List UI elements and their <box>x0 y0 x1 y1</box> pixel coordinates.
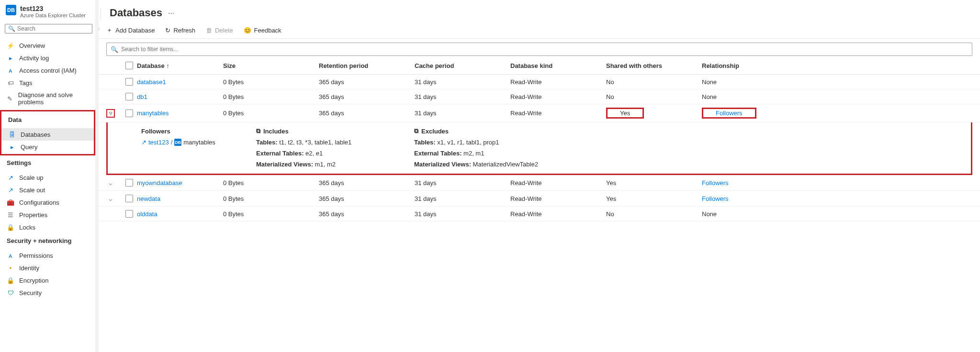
menu-icon: ᴀ <box>7 66 14 74</box>
menu-icon: ☰ <box>7 211 14 219</box>
relationship-link[interactable]: Followers <box>702 195 729 202</box>
row-checkbox[interactable] <box>125 110 133 117</box>
cell-kind: Read-Write <box>510 93 606 100</box>
col-size[interactable]: Size <box>223 62 319 69</box>
expand-toggle[interactable]: ▿ <box>106 109 115 118</box>
expand-toggle[interactable]: ⌵ <box>106 194 115 203</box>
cell-shared: No <box>606 210 614 218</box>
cluster-name: test123 <box>20 5 86 12</box>
sidebar-item-label: Locks <box>19 224 35 231</box>
select-all-checkbox[interactable] <box>125 62 133 69</box>
sidebar-item-diagnose-and-solve-problems[interactable]: ✎Diagnose and solve problems <box>0 89 95 108</box>
sidebar-item-properties[interactable]: ☰Properties <box>0 209 95 221</box>
sidebar-item-label: Scale up <box>19 174 44 181</box>
sidebar-item-security[interactable]: 🛡Security <box>0 286 95 299</box>
search-icon: 🔍 <box>8 25 15 32</box>
sidebar-item-encryption[interactable]: 🔒Encryption <box>0 274 95 286</box>
sidebar-item-label: Activity log <box>19 55 49 62</box>
feedback-button[interactable]: 😊Feedback <box>244 27 282 34</box>
cell-relationship: None <box>702 93 717 100</box>
cell-size: 0 Bytes <box>223 93 319 100</box>
refresh-icon: ↻ <box>165 27 170 34</box>
sidebar-item-activity-log[interactable]: ▸Activity log <box>0 52 95 64</box>
database-link[interactable]: database1 <box>137 78 223 86</box>
includes-icon: ⧉ <box>256 127 260 135</box>
cell-shared: No <box>606 93 614 100</box>
menu-icon: 🧰 <box>7 198 14 206</box>
follower-cluster-link[interactable]: ↗ test123 / DB manytables <box>141 139 242 146</box>
sidebar-item-label: Encryption <box>19 277 48 284</box>
database-link[interactable]: myowndatabase <box>137 179 223 187</box>
section-settings: Settings <box>0 155 95 168</box>
sidebar-item-configurations[interactable]: 🧰Configurations <box>0 196 95 209</box>
cell-shared: Yes <box>606 108 644 119</box>
sidebar-item-identity[interactable]: •Identity <box>0 262 95 274</box>
col-kind[interactable]: Database kind <box>510 62 606 69</box>
db-badge-icon: DB <box>174 139 181 146</box>
sidebar-item-permissions[interactable]: ᴀPermissions <box>0 249 95 262</box>
sidebar-item-scale-out[interactable]: ↗Scale out <box>0 184 95 196</box>
sidebar: DB test123 Azure Data Explorer Cluster 🔍… <box>0 0 96 352</box>
expand-toggle[interactable]: ⌵ <box>106 178 115 187</box>
relationship-link[interactable]: Followers <box>716 110 743 117</box>
cell-retention: 365 days <box>319 195 415 202</box>
sidebar-item-label: Permissions <box>19 252 53 259</box>
col-shared[interactable]: Shared with others <box>606 62 702 69</box>
menu-icon: ⚡ <box>7 42 14 49</box>
menu-icon: 🗄 <box>8 131 16 138</box>
feedback-icon: 😊 <box>244 27 251 34</box>
cell-retention: 365 days <box>319 78 415 86</box>
sidebar-item-query[interactable]: ▸Query <box>1 141 94 153</box>
cell-kind: Read-Write <box>510 110 606 117</box>
row-checkbox[interactable] <box>125 179 133 187</box>
includes-external: External Tables: e2, e1 <box>256 150 400 157</box>
row-checkbox[interactable] <box>125 210 133 218</box>
col-database[interactable]: Database ↑ <box>137 62 223 69</box>
panel-head-includes: ⧉ Includes <box>256 127 400 135</box>
database-link[interactable]: newdata <box>137 195 223 202</box>
cluster-icon: DB <box>6 5 16 15</box>
database-link[interactable]: manytables <box>137 110 223 117</box>
cell-size: 0 Bytes <box>223 78 319 86</box>
filter-input-box[interactable]: 🔍 <box>106 43 972 56</box>
excludes-external: External Tables: m2, m1 <box>414 150 558 157</box>
sidebar-search-input[interactable] <box>17 25 89 32</box>
menu-icon: ✎ <box>7 95 13 102</box>
cell-kind: Read-Write <box>510 210 606 218</box>
sidebar-item-label: Query <box>21 143 37 151</box>
includes-mv: Materialized Views: m1, m2 <box>256 161 400 168</box>
sidebar-item-tags[interactable]: 🏷Tags <box>0 77 95 89</box>
row-checkbox[interactable] <box>125 93 133 100</box>
cell-retention: 365 days <box>319 179 415 187</box>
cell-size: 0 Bytes <box>223 195 319 202</box>
filter-input[interactable] <box>121 46 968 53</box>
table-row: olddata0 Bytes365 days31 daysRead-WriteN… <box>99 207 980 221</box>
includes-tables: Tables: t1, t2, t3, *3, table1, lable1 <box>256 139 400 146</box>
database-link[interactable]: olddata <box>137 210 223 218</box>
col-retention[interactable]: Retention period <box>319 62 415 69</box>
add-database-button[interactable]: ＋Add Database <box>106 26 155 34</box>
menu-icon: ᴀ <box>7 252 14 259</box>
cell-size: 0 Bytes <box>223 210 319 218</box>
cell-size: 0 Bytes <box>223 179 319 187</box>
refresh-button[interactable]: ↻Refresh <box>165 27 195 34</box>
row-checkbox[interactable] <box>125 78 133 86</box>
col-cache[interactable]: Cache period <box>415 62 510 69</box>
sidebar-item-overview[interactable]: ⚡Overview <box>0 39 95 52</box>
more-actions[interactable]: ⋯ <box>168 10 174 17</box>
sidebar-search[interactable]: 🔍 <box>5 24 92 33</box>
delete-button: 🗑Delete <box>206 27 233 34</box>
relationship-link[interactable]: Followers <box>702 179 729 187</box>
sidebar-item-scale-up[interactable]: ↗Scale up <box>0 171 95 184</box>
database-link[interactable]: db1 <box>137 93 223 100</box>
panel-head-followers: Followers <box>141 127 242 135</box>
cell-cache: 31 days <box>415 110 510 117</box>
sidebar-item-databases[interactable]: 🗄Databases <box>1 128 94 141</box>
row-checkbox[interactable] <box>125 195 133 202</box>
sidebar-item-access-control-iam-[interactable]: ᴀAccess control (IAM) <box>0 64 95 77</box>
col-relationship[interactable]: Relationship <box>702 62 798 69</box>
followers-panel: Followers⧉ Includes⧉ Excludes↗ test123 /… <box>106 122 972 175</box>
cell-kind: Read-Write <box>510 78 606 86</box>
sidebar-item-locks[interactable]: 🔒Locks <box>0 221 95 233</box>
menu-icon: ↗ <box>7 186 14 194</box>
